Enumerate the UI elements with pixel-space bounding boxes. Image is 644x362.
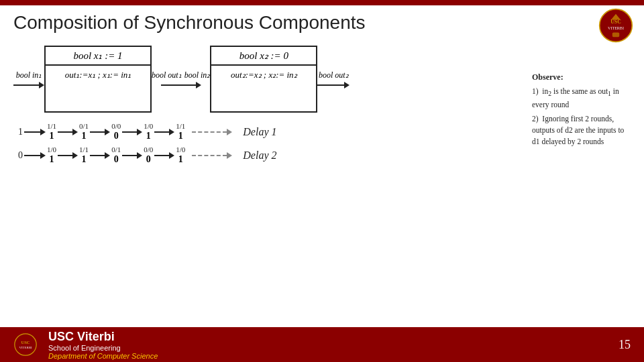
seq1-delay: Delay 1 <box>243 126 276 138</box>
in1-group: bool in₁ <box>13 70 44 88</box>
seq1-step1: 1/1 1 <box>46 122 78 141</box>
page-number: 15 <box>619 338 631 352</box>
bool-in2-label: bool in₂ <box>184 70 211 80</box>
out2-group: bool out₂ <box>317 70 350 88</box>
comp1-body: out₁:=x₁ ; x₁:= in₁ <box>46 66 150 84</box>
footer-sub2: Department of Computer Science <box>48 352 158 360</box>
seq2-delay: Delay 2 <box>243 149 276 162</box>
svg-text:USC: USC <box>21 340 30 345</box>
footer-text: USC Viterbi School of Engineering Depart… <box>48 330 158 360</box>
seq2-arrow0 <box>24 152 46 159</box>
observe-title: Observe: <box>532 71 625 83</box>
footer-title: USC Viterbi <box>48 330 158 344</box>
seq2-step5: 1/0 1 <box>174 145 186 165</box>
diagram-area: bool in₁ bool x₁ := 1 out₁:=x₁ ; x₁:= in… <box>13 40 527 165</box>
component2-box: bool x₂ := 0 out₂:=x₂ ; x₂:= in₂ <box>210 46 317 113</box>
observe-box: Observe: 1) in2 is the same as out1 in e… <box>527 67 631 165</box>
svg-text:VITERBI: VITERBI <box>19 346 32 349</box>
seq2-step2: 1/1 1 <box>78 145 110 165</box>
mid-arrow <box>161 82 201 88</box>
page-title: Composition of Synchronous Components <box>0 5 644 38</box>
out2-line <box>317 84 344 86</box>
usc-shield-icon: USC VITERBI <box>13 333 38 357</box>
out2-arrow <box>317 82 350 88</box>
seq-row-2: 0 1/0 1 1/1 <box>13 145 527 165</box>
main-content: bool in₁ bool x₁ := 1 out₁:=x₁ ; x₁:= in… <box>0 40 644 165</box>
footer-sub1: School of Engineering <box>48 344 158 352</box>
bottom-bar: USC VITERBI USC Viterbi School of Engine… <box>0 327 644 362</box>
usc-logo-top: USC VITERBI <box>598 8 633 43</box>
in1-line <box>13 84 39 86</box>
out2-arrowhead <box>344 82 350 88</box>
top-bar <box>0 0 644 5</box>
dashed-arrow-2 <box>192 155 227 156</box>
comp1-header: bool x₁ := 1 <box>46 47 150 66</box>
observe-item2: 2) Ignoring first 2 rounds, outputs of d… <box>532 113 625 148</box>
seq2-start: 0 <box>13 150 23 161</box>
comp2-header: bool x₂ := 0 <box>211 47 316 66</box>
seq1-start: 1 <box>13 127 23 137</box>
seq1-step2: 0/1 1 <box>78 122 110 141</box>
mid-line <box>161 84 196 86</box>
in1-arrowhead <box>39 82 44 88</box>
seq2-step1: 1/0 1 <box>46 145 78 165</box>
seq1-step3: 0/0 0 <box>110 122 142 141</box>
out1-in2-group: bool out₁ bool in₂ <box>152 70 210 88</box>
seq1-step4: 1/0 1 <box>142 122 174 141</box>
comp2-body: out₂:=x₂ ; x₂:= in₂ <box>211 66 316 84</box>
seq-row-1: 1 1/1 1 <box>13 122 527 141</box>
observe-item1: 1) in2 is the same as out1 in every roun… <box>532 86 625 111</box>
sequence-section: 1 1/1 1 <box>13 122 527 165</box>
svg-point-5 <box>15 334 36 355</box>
bool-in1-label: bool in₁ <box>16 70 42 80</box>
svg-rect-4 <box>612 32 619 37</box>
seq1-step5: 1/1 1 <box>174 122 186 141</box>
seq1-arrow0 <box>24 129 46 135</box>
bool-out2-label: bool out₂ <box>319 70 349 80</box>
seq2-step3: 0/1 0 <box>110 145 142 165</box>
bool-out1-label: bool out₁ <box>152 70 182 80</box>
component1-box: bool x₁ := 1 out₁:=x₁ ; x₁:= in₁ <box>44 46 152 113</box>
boxes-row: bool in₁ bool x₁ := 1 out₁:=x₁ ; x₁:= in… <box>13 46 527 113</box>
seq2-step4: 0/0 0 <box>142 145 174 165</box>
in1-arrow <box>13 82 44 88</box>
dashed-arrow-1 <box>192 131 227 133</box>
mid-arrowhead <box>196 82 201 88</box>
svg-text:VITERBI: VITERBI <box>608 26 624 30</box>
